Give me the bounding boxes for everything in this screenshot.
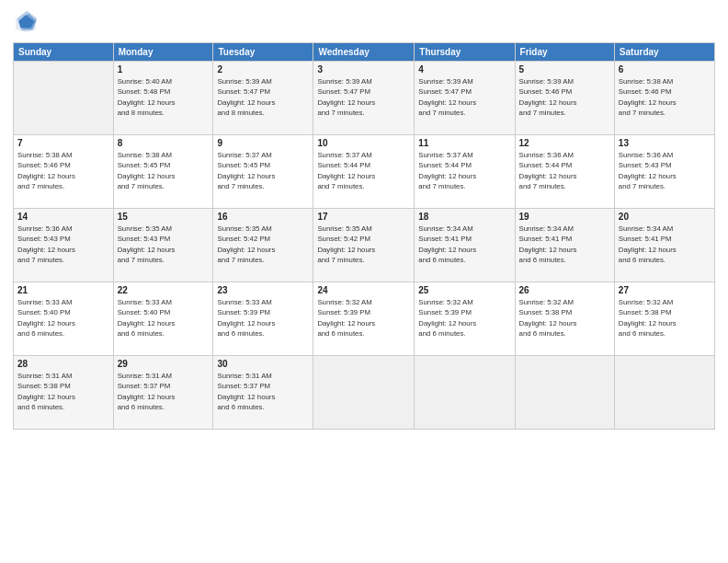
cell-w4d1: 21Sunrise: 5:33 AM Sunset: 5:40 PM Dayli… <box>14 282 114 356</box>
cell-w1d3: 2Sunrise: 5:39 AM Sunset: 5:47 PM Daylig… <box>213 62 313 135</box>
day-info: Sunrise: 5:40 AM Sunset: 5:48 PM Dayligh… <box>118 76 210 118</box>
day-info: Sunrise: 5:34 AM Sunset: 5:41 PM Dayligh… <box>519 224 610 265</box>
day-info: Sunrise: 5:39 AM Sunset: 5:47 PM Dayligh… <box>217 76 309 118</box>
day-info: Sunrise: 5:33 AM Sunset: 5:40 PM Dayligh… <box>118 297 210 339</box>
cell-w2d3: 9Sunrise: 5:37 AM Sunset: 5:45 PM Daylig… <box>213 135 313 209</box>
cell-w1d2: 1Sunrise: 5:40 AM Sunset: 5:48 PM Daylig… <box>113 62 213 135</box>
day-info: Sunrise: 5:32 AM Sunset: 5:39 PM Dayligh… <box>418 297 510 339</box>
day-number: 29 <box>118 359 210 369</box>
col-header-sunday: Sunday <box>14 43 114 62</box>
calendar-table: SundayMondayTuesdayWednesdayThursdayFrid… <box>13 42 715 430</box>
cell-w1d6: 5Sunrise: 5:39 AM Sunset: 5:46 PM Daylig… <box>515 62 614 135</box>
cell-w3d7: 20Sunrise: 5:34 AM Sunset: 5:41 PM Dayli… <box>614 209 714 282</box>
cell-w1d4: 3Sunrise: 5:39 AM Sunset: 5:47 PM Daylig… <box>313 62 415 135</box>
day-info: Sunrise: 5:38 AM Sunset: 5:46 PM Dayligh… <box>619 76 711 118</box>
day-number: 4 <box>418 64 510 75</box>
day-number: 25 <box>418 285 510 295</box>
cell-w5d4 <box>313 356 415 430</box>
cell-w2d6: 12Sunrise: 5:36 AM Sunset: 5:44 PM Dayli… <box>515 135 614 209</box>
logo <box>13 9 42 35</box>
day-number: 20 <box>619 212 711 222</box>
day-number: 18 <box>418 212 510 222</box>
day-info: Sunrise: 5:39 AM Sunset: 5:47 PM Dayligh… <box>317 76 410 118</box>
day-info: Sunrise: 5:34 AM Sunset: 5:41 PM Dayligh… <box>418 224 510 265</box>
cell-w5d1: 28Sunrise: 5:31 AM Sunset: 5:38 PM Dayli… <box>14 356 114 430</box>
week-row-2: 7Sunrise: 5:38 AM Sunset: 5:46 PM Daylig… <box>14 135 715 209</box>
header <box>13 9 715 35</box>
cell-w4d6: 26Sunrise: 5:32 AM Sunset: 5:38 PM Dayli… <box>515 282 614 356</box>
day-info: Sunrise: 5:31 AM Sunset: 5:37 PM Dayligh… <box>217 371 309 412</box>
day-info: Sunrise: 5:37 AM Sunset: 5:44 PM Dayligh… <box>317 150 410 191</box>
day-number: 17 <box>317 212 410 222</box>
day-number: 21 <box>17 285 109 295</box>
cell-w5d5 <box>415 356 515 430</box>
cell-w2d4: 10Sunrise: 5:37 AM Sunset: 5:44 PM Dayli… <box>313 135 415 209</box>
day-info: Sunrise: 5:36 AM Sunset: 5:43 PM Dayligh… <box>619 150 711 191</box>
day-number: 10 <box>317 138 410 148</box>
cell-w5d6 <box>515 356 614 430</box>
logo-icon <box>13 9 39 35</box>
cell-w3d5: 18Sunrise: 5:34 AM Sunset: 5:41 PM Dayli… <box>415 209 515 282</box>
week-row-4: 21Sunrise: 5:33 AM Sunset: 5:40 PM Dayli… <box>14 282 715 356</box>
day-info: Sunrise: 5:34 AM Sunset: 5:41 PM Dayligh… <box>619 224 711 265</box>
day-number: 12 <box>519 138 610 148</box>
page: SundayMondayTuesdayWednesdayThursdayFrid… <box>0 0 728 563</box>
cell-w3d4: 17Sunrise: 5:35 AM Sunset: 5:42 PM Dayli… <box>313 209 415 282</box>
day-number: 6 <box>619 64 711 75</box>
cell-w5d2: 29Sunrise: 5:31 AM Sunset: 5:37 PM Dayli… <box>113 356 213 430</box>
cell-w4d7: 27Sunrise: 5:32 AM Sunset: 5:38 PM Dayli… <box>614 282 714 356</box>
col-header-wednesday: Wednesday <box>313 43 415 62</box>
cell-w2d2: 8Sunrise: 5:38 AM Sunset: 5:45 PM Daylig… <box>113 135 213 209</box>
day-number: 5 <box>519 64 610 75</box>
day-number: 22 <box>118 285 210 295</box>
day-number: 9 <box>217 138 309 148</box>
cell-w4d2: 22Sunrise: 5:33 AM Sunset: 5:40 PM Dayli… <box>113 282 213 356</box>
day-info: Sunrise: 5:36 AM Sunset: 5:43 PM Dayligh… <box>17 224 109 265</box>
day-number: 2 <box>217 64 309 75</box>
day-info: Sunrise: 5:32 AM Sunset: 5:38 PM Dayligh… <box>619 297 711 339</box>
day-number: 23 <box>217 285 309 295</box>
day-number: 3 <box>317 64 410 75</box>
day-info: Sunrise: 5:36 AM Sunset: 5:44 PM Dayligh… <box>519 150 610 191</box>
week-row-3: 14Sunrise: 5:36 AM Sunset: 5:43 PM Dayli… <box>14 209 715 282</box>
day-number: 27 <box>619 285 711 295</box>
cell-w2d5: 11Sunrise: 5:37 AM Sunset: 5:44 PM Dayli… <box>415 135 515 209</box>
day-info: Sunrise: 5:32 AM Sunset: 5:38 PM Dayligh… <box>519 297 610 339</box>
cell-w3d2: 15Sunrise: 5:35 AM Sunset: 5:43 PM Dayli… <box>113 209 213 282</box>
cell-w2d7: 13Sunrise: 5:36 AM Sunset: 5:43 PM Dayli… <box>614 135 714 209</box>
day-number: 13 <box>619 138 711 148</box>
col-header-saturday: Saturday <box>614 43 714 62</box>
day-info: Sunrise: 5:33 AM Sunset: 5:40 PM Dayligh… <box>17 297 109 339</box>
day-number: 14 <box>17 212 109 222</box>
cell-w4d3: 23Sunrise: 5:33 AM Sunset: 5:39 PM Dayli… <box>213 282 313 356</box>
day-info: Sunrise: 5:31 AM Sunset: 5:37 PM Dayligh… <box>118 371 210 412</box>
day-number: 24 <box>317 285 410 295</box>
week-row-5: 28Sunrise: 5:31 AM Sunset: 5:38 PM Dayli… <box>14 356 715 430</box>
day-number: 28 <box>17 359 109 369</box>
cell-w1d1 <box>14 62 114 135</box>
cell-w5d7 <box>614 356 714 430</box>
day-info: Sunrise: 5:39 AM Sunset: 5:47 PM Dayligh… <box>418 76 510 118</box>
day-info: Sunrise: 5:35 AM Sunset: 5:43 PM Dayligh… <box>118 224 210 265</box>
day-number: 7 <box>17 138 109 148</box>
cell-w2d1: 7Sunrise: 5:38 AM Sunset: 5:46 PM Daylig… <box>14 135 114 209</box>
day-info: Sunrise: 5:35 AM Sunset: 5:42 PM Dayligh… <box>317 224 410 265</box>
day-info: Sunrise: 5:37 AM Sunset: 5:45 PM Dayligh… <box>217 150 309 191</box>
cell-w3d6: 19Sunrise: 5:34 AM Sunset: 5:41 PM Dayli… <box>515 209 614 282</box>
day-info: Sunrise: 5:38 AM Sunset: 5:45 PM Dayligh… <box>118 150 210 191</box>
day-info: Sunrise: 5:38 AM Sunset: 5:46 PM Dayligh… <box>17 150 109 191</box>
col-header-friday: Friday <box>515 43 614 62</box>
cell-w3d1: 14Sunrise: 5:36 AM Sunset: 5:43 PM Dayli… <box>14 209 114 282</box>
day-number: 1 <box>118 64 210 75</box>
col-header-monday: Monday <box>113 43 213 62</box>
day-number: 19 <box>519 212 610 222</box>
col-header-tuesday: Tuesday <box>213 43 313 62</box>
cell-w4d4: 24Sunrise: 5:32 AM Sunset: 5:39 PM Dayli… <box>313 282 415 356</box>
day-number: 15 <box>118 212 210 222</box>
day-number: 30 <box>217 359 309 369</box>
cell-w5d3: 30Sunrise: 5:31 AM Sunset: 5:37 PM Dayli… <box>213 356 313 430</box>
day-number: 8 <box>118 138 210 148</box>
day-info: Sunrise: 5:31 AM Sunset: 5:38 PM Dayligh… <box>17 371 109 412</box>
cell-w4d5: 25Sunrise: 5:32 AM Sunset: 5:39 PM Dayli… <box>415 282 515 356</box>
cell-w1d7: 6Sunrise: 5:38 AM Sunset: 5:46 PM Daylig… <box>614 62 714 135</box>
